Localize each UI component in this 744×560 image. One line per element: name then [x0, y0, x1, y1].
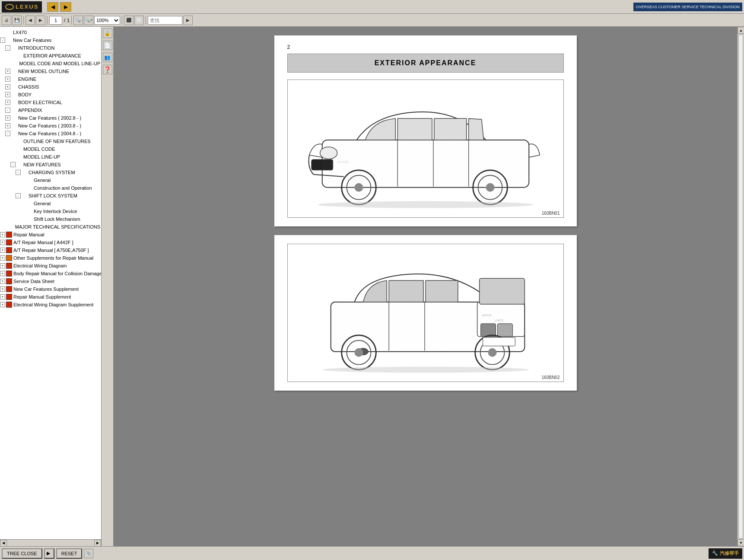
sidebar-item-general2[interactable]: General: [0, 200, 101, 207]
doc-page-2: LEXUS LX470 V8 160BN02: [274, 235, 577, 391]
play-button[interactable]: ▶: [44, 548, 54, 559]
expand-btn-shift-lock[interactable]: -: [16, 193, 21, 198]
expand-btn-service-data[interactable]: +: [0, 279, 5, 284]
page-current-input[interactable]: [49, 16, 62, 25]
zoom-in-button[interactable]: 🔍+: [84, 16, 93, 25]
sidebar-item-electrical-wiring[interactable]: +Electrical Wiring Diagram: [0, 262, 101, 270]
expand-btn-ncf-supplement[interactable]: +: [0, 286, 5, 292]
sidebar-item-ncf-2003[interactable]: +New Car Features ( 2003.8 - ): [0, 122, 101, 130]
sidebar-item-ncf-supplement[interactable]: +New Car Features Supplement: [0, 285, 101, 293]
brand-watermark: 🔧 汽修帮手: [709, 548, 742, 559]
sidebar-item-outline-new[interactable]: OUTLINE OF NEW FEATURES: [0, 137, 101, 145]
save-button[interactable]: 💾: [12, 16, 22, 25]
reset-button[interactable]: RESET: [56, 548, 83, 559]
users-icon[interactable]: 👥: [103, 53, 112, 62]
expand-btn-body-repair[interactable]: +: [0, 271, 5, 276]
sidebar-item-engine[interactable]: +ENGINE: [0, 75, 101, 83]
expand-btn-repair-supplement[interactable]: +: [0, 294, 5, 299]
expand-btn-ncf-2003[interactable]: +: [5, 123, 10, 128]
label-body-repair: Body Repair Manual for Collision Damage: [13, 270, 101, 277]
icon-ewd-supplement: [6, 302, 12, 308]
sidebar-item-body-repair[interactable]: +Body Repair Manual for Collision Damage: [0, 270, 101, 277]
icon-electrical-wiring: [6, 263, 12, 269]
tree-close-button[interactable]: TREE CLOSE: [2, 548, 42, 559]
search-go-button[interactable]: ▶: [183, 16, 193, 25]
svg-rect-8: [434, 118, 466, 140]
label-exterior-appearance: EXTERIOR APPEARANCE: [23, 52, 81, 59]
sidebar-item-exterior-appearance[interactable]: EXTERIOR APPEARANCE: [0, 52, 101, 60]
doc-page: 2 EXTERIOR APPEARANCE: [274, 35, 577, 226]
sidebar-item-new-model-outline[interactable]: +NEW MODEL OUTLINE: [0, 67, 101, 75]
sidebar-item-model-lineup[interactable]: MODEL LINE-UP: [0, 153, 101, 161]
expand-btn-at-repair-442f[interactable]: +: [0, 240, 5, 245]
sidebar-item-body-electrical[interactable]: +BODY ELECTRICAL: [0, 99, 101, 106]
label-at-repair-750: A/T Repair Manual [ A750E,A750F ]: [13, 247, 89, 254]
sidebar-item-construction[interactable]: Construction and Operation: [0, 184, 101, 192]
expand-btn-at-repair-750[interactable]: +: [0, 248, 5, 253]
fit-width-button[interactable]: ⬛: [124, 16, 134, 25]
scroll-left-button[interactable]: ◀: [0, 540, 7, 547]
car-image-rear: LEXUS LX470 V8 160BN02: [287, 244, 564, 382]
expand-btn-repair-manual[interactable]: +: [0, 232, 5, 237]
expand-btn-new-car-features-root[interactable]: -: [0, 38, 5, 43]
scroll-track[interactable]: [738, 35, 743, 538]
expand-btn-appendix[interactable]: -: [5, 108, 10, 113]
sidebar-item-repair-supplement[interactable]: +Repair Manual Supplement: [0, 293, 101, 301]
sidebar-item-charging-system[interactable]: -CHARGING SYSTEM: [0, 169, 101, 176]
expand-btn-body[interactable]: +: [5, 92, 10, 97]
sidebar-item-repair-manual[interactable]: +Repair Manual: [0, 231, 101, 239]
scroll-down-button[interactable]: ▼: [738, 539, 744, 546]
sidebar-item-key-interlock[interactable]: Key Interlock Device: [0, 207, 101, 215]
expand-btn-chassis[interactable]: +: [5, 84, 10, 89]
paperclip-icon[interactable]: 📎: [84, 549, 93, 558]
icon-repair-supplement: [6, 294, 12, 300]
sidebar-item-model-code[interactable]: MODEL CODE AND MODEL LINE-UP: [0, 60, 101, 67]
scroll-right-button[interactable]: ▶: [94, 540, 101, 547]
label-ncf-supplement: New Car Features Supplement: [13, 286, 79, 293]
sidebar-item-at-repair-442f[interactable]: +A/T Repair Manual [ A442F ]: [0, 239, 101, 246]
sidebar-item-at-repair-750[interactable]: +A/T Repair Manual [ A750E,A750F ]: [0, 246, 101, 254]
icon-repair-manual: [6, 232, 12, 238]
expand-btn-charging-system[interactable]: -: [16, 170, 21, 175]
sidebar-item-general[interactable]: General: [0, 176, 101, 184]
sidebar-item-major-tech[interactable]: MAJOR TECHNICAL SPECIFICATIONS: [0, 223, 101, 231]
expand-btn-engine[interactable]: +: [5, 76, 10, 82]
sidebar-item-ewd-supplement[interactable]: +Electrical Wiring Diagram Supplement: [0, 301, 101, 309]
expand-btn-body-electrical[interactable]: +: [5, 100, 10, 105]
zoom-out-button[interactable]: 🔍-: [73, 16, 83, 25]
nav-forward-button[interactable]: ▶: [60, 2, 71, 12]
sidebar-item-ncf-2004[interactable]: -New Car Features ( 2004.8 - ): [0, 130, 101, 137]
expand-btn-other-supplements[interactable]: +: [0, 255, 5, 261]
expand-btn-new-model-outline[interactable]: +: [5, 69, 10, 74]
print-button[interactable]: 🖨: [2, 16, 11, 25]
page-back-button[interactable]: ◀: [25, 16, 35, 25]
expand-btn-new-features[interactable]: -: [10, 162, 16, 167]
scroll-up-button[interactable]: ▲: [738, 27, 744, 34]
sidebar-item-new-features[interactable]: -NEW FEATURES: [0, 161, 101, 169]
expand-btn-introduction[interactable]: -: [5, 45, 10, 51]
page-forward-button[interactable]: ▶: [36, 16, 45, 25]
sidebar-item-body[interactable]: +BODY: [0, 91, 101, 99]
search-input[interactable]: [148, 16, 182, 25]
expand-btn-electrical-wiring[interactable]: +: [0, 263, 5, 268]
expand-btn-ncf-2004[interactable]: -: [5, 131, 10, 136]
document-icon[interactable]: 📄: [103, 41, 112, 50]
expand-btn-ewd-supplement[interactable]: +: [0, 302, 5, 307]
sidebar-item-other-supplements[interactable]: +Other Supplements for Repair Manual: [0, 254, 101, 262]
expand-btn-ncf-2002[interactable]: +: [5, 115, 10, 121]
sidebar-item-lx470[interactable]: LX470: [0, 29, 101, 36]
sidebar-item-chassis[interactable]: +CHASSIS: [0, 83, 101, 91]
help-icon[interactable]: ❓: [103, 65, 112, 74]
nav-back-button[interactable]: ◀: [47, 2, 58, 12]
sidebar-item-model-code-2[interactable]: MODEL CODE: [0, 145, 101, 153]
sidebar-item-new-car-features-root[interactable]: -New Car Features: [0, 36, 101, 44]
sidebar-item-shift-lock-mech[interactable]: Shift Lock Mechanism: [0, 215, 101, 223]
sidebar-item-ncf-2002[interactable]: +New Car Features ( 2002.8 - ): [0, 114, 101, 122]
lock-icon[interactable]: 🔒: [103, 29, 112, 38]
sidebar-item-appendix[interactable]: -APPENDIX: [0, 106, 101, 114]
sidebar-item-introduction[interactable]: -INTRODUCTION: [0, 44, 101, 52]
sidebar-item-shift-lock[interactable]: -SHIFT LOCK SYSTEM: [0, 192, 101, 200]
zoom-select[interactable]: 100% 75% 125% 150%: [94, 16, 120, 25]
sidebar-item-service-data[interactable]: +Service Data Sheet: [0, 277, 101, 285]
fit-page-button[interactable]: ⬜: [134, 16, 144, 25]
